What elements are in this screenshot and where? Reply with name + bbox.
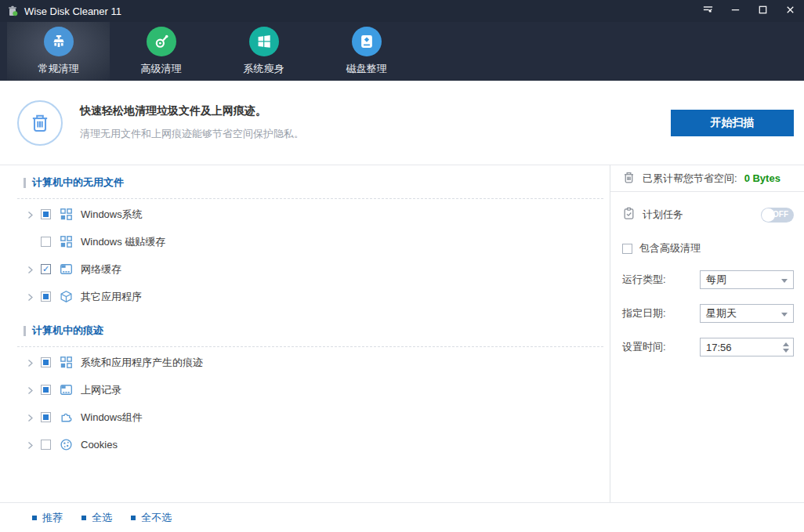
window-title: Wise Disk Cleaner 11 [24, 5, 121, 17]
day-value: 星期天 [706, 306, 737, 320]
day-select[interactable]: 星期天 [700, 304, 794, 323]
tree-item-label: Windows 磁贴缓存 [81, 235, 165, 249]
maximize-button[interactable] [749, 0, 777, 22]
tree-item-label: Cookies [81, 439, 118, 451]
include-advanced-checkbox[interactable] [622, 244, 632, 254]
browser-cache-icon [60, 383, 73, 396]
tree-item-checkbox[interactable] [41, 440, 51, 450]
schedule-toggle[interactable]: OFF [761, 208, 794, 223]
bullet-icon [131, 516, 136, 520]
time-input[interactable]: 17:56 [700, 338, 794, 356]
run-type-select[interactable]: 每周 [700, 270, 794, 289]
page-subtitle: 清理无用文件和上网痕迹能够节省空间保护隐私。 [80, 127, 304, 141]
tree-row[interactable]: 其它应用程序 [0, 283, 610, 310]
app-box-icon [60, 290, 73, 303]
nav-tab-disk-defrag[interactable]: 磁盘整理 [315, 22, 418, 81]
app-logo-icon [6, 5, 19, 17]
header: 快速轻松地清理垃圾文件及上网痕迹。 清理无用文件和上网痕迹能够节省空间保护隐私。… [0, 81, 804, 165]
tree-section-title: 计算机中的无用文件 [32, 176, 124, 190]
menu-icon [702, 4, 714, 19]
tree-item-label: Windows系统 [81, 208, 143, 222]
run-type-value: 每周 [706, 273, 726, 287]
main-menu-button[interactable] [694, 0, 722, 22]
footer-link[interactable]: 全不选 [131, 511, 172, 525]
tree-item-checkbox[interactable] [41, 264, 51, 274]
nav-tab-advanced-clean[interactable]: 高级清理 [110, 22, 212, 81]
tree-item-checkbox[interactable] [41, 385, 51, 395]
chevron-right-icon[interactable] [25, 209, 35, 219]
tree-section-header: 计算机中的痕迹 [24, 320, 610, 341]
tree-item-checkbox[interactable] [41, 209, 51, 219]
puzzle-icon [60, 411, 73, 424]
chevron-right-icon[interactable] [25, 412, 35, 422]
saved-space-label: 已累计帮您节省空间: [643, 172, 737, 186]
start-scan-button[interactable]: 开始扫描 [671, 110, 794, 136]
tree-section: 计算机中的无用文件 Windows系统 Windows 磁贴缓存 网络缓存 其它… [0, 172, 610, 310]
footer-link[interactable]: 推荐 [32, 511, 63, 525]
saved-space-value: 0 Bytes [744, 172, 780, 184]
tree-item-label: 上网记录 [81, 383, 121, 397]
tree-row[interactable]: 网络缓存 [0, 255, 610, 283]
dashed-divider [17, 198, 603, 199]
cookie-icon [60, 438, 73, 451]
browser-cache-icon [60, 262, 73, 276]
brush-icon [44, 27, 74, 56]
nav-tabs: 常规清理 高级清理 系统瘦身 磁盘整理 [0, 22, 804, 81]
titlebar: Wise Disk Cleaner 11 [0, 0, 804, 22]
right-panel: 已累计帮您节省空间: 0 Bytes 计划任务 OFF 包含高级清理 运行类型:… [610, 165, 804, 502]
tree-row[interactable]: Windows系统 [0, 201, 610, 228]
schedule-icon [622, 207, 636, 223]
footer-link[interactable]: 全选 [81, 511, 112, 525]
tree-row[interactable]: Windows 磁贴缓存 [0, 228, 610, 255]
spinner-down-icon[interactable] [783, 349, 789, 353]
tree-section: 计算机中的痕迹 系统和应用程序产生的痕迹 上网记录 Windows组件 Cook… [0, 320, 610, 458]
tree-row[interactable]: Windows组件 [0, 404, 610, 431]
tree-section-title: 计算机中的痕迹 [32, 324, 103, 338]
tree-row[interactable]: Cookies [0, 431, 610, 458]
windows-logo-icon [249, 27, 279, 56]
tree-row[interactable]: 上网记录 [0, 376, 610, 404]
tree-section-header: 计算机中的无用文件 [24, 172, 610, 193]
cleanup-tree: 计算机中的无用文件 Windows系统 Windows 磁贴缓存 网络缓存 其它… [0, 165, 610, 502]
nav-tab-common-clean[interactable]: 常规清理 [7, 22, 110, 81]
tree-item-checkbox[interactable] [41, 357, 51, 367]
vacuum-icon [147, 27, 176, 56]
tree-item-checkbox[interactable] [41, 291, 51, 302]
window-controls [694, 0, 804, 22]
maximize-icon [757, 4, 769, 19]
nav-tab-system-slim[interactable]: 系统瘦身 [212, 22, 315, 81]
toggle-state: OFF [773, 210, 788, 219]
chevron-right-icon[interactable] [25, 264, 35, 274]
tree-item-label: 网络缓存 [81, 262, 121, 277]
tree-item-label: 其它应用程序 [81, 290, 142, 304]
dashed-divider [17, 346, 603, 347]
chevron-right-icon[interactable] [25, 385, 35, 395]
minimize-button[interactable] [722, 0, 749, 22]
run-type-label: 运行类型: [622, 273, 666, 287]
disk-icon [352, 27, 382, 56]
tree-row[interactable]: 系统和应用程序产生的痕迹 [0, 349, 610, 376]
close-button[interactable] [777, 0, 804, 22]
time-label: 设置时间: [622, 340, 666, 354]
trash-small-icon [622, 171, 636, 186]
chevron-right-icon[interactable] [25, 440, 35, 450]
bullet-icon [32, 516, 37, 520]
bullet-icon [81, 516, 86, 520]
trash-circle-icon [17, 100, 63, 146]
chevron-right-icon[interactable] [25, 357, 35, 367]
tree-item-label: Windows组件 [81, 411, 143, 425]
tree-item-checkbox[interactable] [41, 412, 51, 422]
tree-item-checkbox[interactable] [41, 237, 51, 247]
chevron-right-icon[interactable] [25, 291, 35, 302]
main: 计算机中的无用文件 Windows系统 Windows 磁贴缓存 网络缓存 其它… [0, 165, 804, 502]
minimize-icon [730, 4, 741, 19]
time-value: 17:56 [706, 342, 732, 353]
windows-tiles-icon [60, 235, 73, 248]
tree-item-label: 系统和应用程序产生的痕迹 [81, 356, 203, 370]
spinner-up-icon[interactable] [783, 342, 789, 346]
schedule-label: 计划任务 [643, 208, 683, 222]
close-icon [784, 4, 796, 19]
panel-divider [610, 191, 804, 192]
include-advanced-label: 包含高级清理 [639, 241, 701, 255]
footer: 推荐 全选 全不选 [0, 502, 804, 532]
